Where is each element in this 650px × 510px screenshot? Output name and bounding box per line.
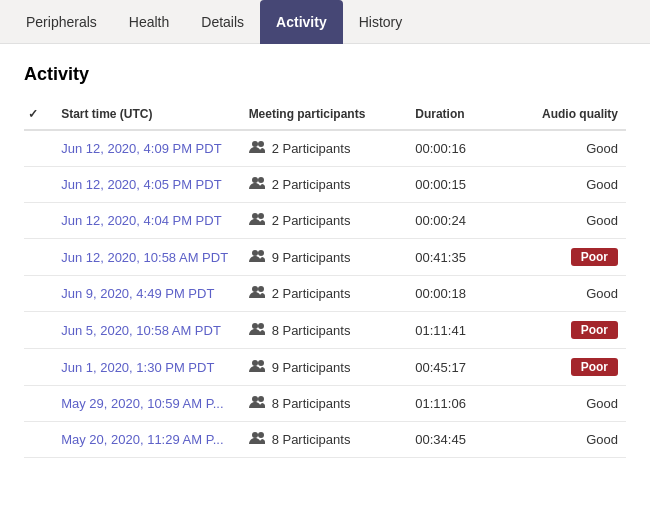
svg-point-6 bbox=[252, 250, 258, 256]
svg-point-14 bbox=[252, 396, 258, 402]
svg-point-13 bbox=[258, 360, 264, 366]
row-participants: 2 Participants bbox=[241, 276, 408, 312]
quality-badge-good: Good bbox=[586, 396, 618, 411]
start-time-link[interactable]: Jun 12, 2020, 4:09 PM PDT bbox=[61, 141, 221, 156]
participants-count: 9 Participants bbox=[272, 250, 351, 265]
table-row[interactable]: May 20, 2020, 11:29 AM P...8 Participant… bbox=[24, 422, 626, 458]
row-start-time[interactable]: Jun 12, 2020, 4:04 PM PDT bbox=[53, 203, 240, 239]
row-duration: 01:11:06 bbox=[407, 386, 511, 422]
participants-icon bbox=[249, 285, 267, 302]
svg-point-1 bbox=[258, 141, 264, 147]
tab-activity[interactable]: Activity bbox=[260, 0, 343, 44]
svg-point-0 bbox=[252, 141, 258, 147]
table-row[interactable]: Jun 12, 2020, 10:58 AM PDT9 Participants… bbox=[24, 239, 626, 276]
start-time-link[interactable]: Jun 12, 2020, 4:05 PM PDT bbox=[61, 177, 221, 192]
table-row[interactable]: Jun 12, 2020, 4:04 PM PDT2 Participants0… bbox=[24, 203, 626, 239]
quality-badge-good: Good bbox=[586, 213, 618, 228]
participants-count: 2 Participants bbox=[272, 286, 351, 301]
participants-icon bbox=[249, 322, 267, 339]
row-quality: Good bbox=[511, 422, 626, 458]
row-start-time[interactable]: Jun 12, 2020, 4:09 PM PDT bbox=[53, 130, 240, 167]
col-duration: Duration bbox=[407, 101, 511, 130]
row-participants: 2 Participants bbox=[241, 167, 408, 203]
row-start-time[interactable]: Jun 12, 2020, 4:05 PM PDT bbox=[53, 167, 240, 203]
row-check bbox=[24, 276, 53, 312]
svg-point-7 bbox=[258, 250, 264, 256]
row-duration: 00:45:17 bbox=[407, 349, 511, 386]
row-quality: Poor bbox=[511, 349, 626, 386]
participants-icon bbox=[249, 176, 267, 193]
tab-health[interactable]: Health bbox=[113, 0, 185, 44]
row-start-time[interactable]: May 20, 2020, 11:29 AM P... bbox=[53, 422, 240, 458]
quality-badge-poor: Poor bbox=[571, 321, 618, 339]
table-row[interactable]: May 29, 2020, 10:59 AM P...8 Participant… bbox=[24, 386, 626, 422]
row-duration: 01:11:41 bbox=[407, 312, 511, 349]
row-quality: Good bbox=[511, 203, 626, 239]
table-row[interactable]: Jun 9, 2020, 4:49 PM PDT2 Participants00… bbox=[24, 276, 626, 312]
row-check bbox=[24, 349, 53, 386]
svg-point-16 bbox=[252, 432, 258, 438]
participants-icon bbox=[249, 431, 267, 448]
row-participants: 8 Participants bbox=[241, 386, 408, 422]
participants-count: 9 Participants bbox=[272, 360, 351, 375]
row-participants: 9 Participants bbox=[241, 239, 408, 276]
row-quality: Good bbox=[511, 167, 626, 203]
svg-point-5 bbox=[258, 213, 264, 219]
row-start-time[interactable]: Jun 9, 2020, 4:49 PM PDT bbox=[53, 276, 240, 312]
table-row[interactable]: Jun 12, 2020, 4:05 PM PDT2 Participants0… bbox=[24, 167, 626, 203]
row-start-time[interactable]: May 29, 2020, 10:59 AM P... bbox=[53, 386, 240, 422]
row-participants: 2 Participants bbox=[241, 130, 408, 167]
page-title: Activity bbox=[24, 64, 626, 85]
participants-count: 8 Participants bbox=[272, 323, 351, 338]
col-check: ✓ bbox=[24, 101, 53, 130]
svg-point-11 bbox=[258, 323, 264, 329]
col-quality: Audio quality bbox=[511, 101, 626, 130]
participants-icon bbox=[249, 395, 267, 412]
start-time-link[interactable]: Jun 9, 2020, 4:49 PM PDT bbox=[61, 286, 214, 301]
svg-point-17 bbox=[258, 432, 264, 438]
quality-badge-poor: Poor bbox=[571, 358, 618, 376]
row-start-time[interactable]: Jun 5, 2020, 10:58 AM PDT bbox=[53, 312, 240, 349]
table-row[interactable]: Jun 5, 2020, 10:58 AM PDT8 Participants0… bbox=[24, 312, 626, 349]
quality-badge-good: Good bbox=[586, 432, 618, 447]
checkmark-icon: ✓ bbox=[28, 107, 38, 121]
tab-peripherals[interactable]: Peripherals bbox=[10, 0, 113, 44]
start-time-link[interactable]: May 29, 2020, 10:59 AM P... bbox=[61, 396, 223, 411]
row-duration: 00:00:16 bbox=[407, 130, 511, 167]
svg-point-3 bbox=[258, 177, 264, 183]
svg-point-4 bbox=[252, 213, 258, 219]
row-quality: Good bbox=[511, 130, 626, 167]
tab-history[interactable]: History bbox=[343, 0, 419, 44]
row-check bbox=[24, 130, 53, 167]
svg-point-2 bbox=[252, 177, 258, 183]
row-check bbox=[24, 239, 53, 276]
row-participants: 8 Participants bbox=[241, 422, 408, 458]
tab-details[interactable]: Details bbox=[185, 0, 260, 44]
participants-count: 2 Participants bbox=[272, 213, 351, 228]
start-time-link[interactable]: May 20, 2020, 11:29 AM P... bbox=[61, 432, 223, 447]
participants-count: 8 Participants bbox=[272, 396, 351, 411]
svg-point-9 bbox=[258, 286, 264, 292]
participants-icon bbox=[249, 249, 267, 266]
quality-badge-good: Good bbox=[586, 177, 618, 192]
participants-icon bbox=[249, 212, 267, 229]
participants-icon bbox=[249, 140, 267, 157]
start-time-link[interactable]: Jun 12, 2020, 10:58 AM PDT bbox=[61, 250, 228, 265]
start-time-link[interactable]: Jun 5, 2020, 10:58 AM PDT bbox=[61, 323, 221, 338]
row-check bbox=[24, 422, 53, 458]
start-time-link[interactable]: Jun 1, 2020, 1:30 PM PDT bbox=[61, 360, 214, 375]
table-row[interactable]: Jun 1, 2020, 1:30 PM PDT9 Participants00… bbox=[24, 349, 626, 386]
row-participants: 8 Participants bbox=[241, 312, 408, 349]
row-check bbox=[24, 312, 53, 349]
row-start-time[interactable]: Jun 1, 2020, 1:30 PM PDT bbox=[53, 349, 240, 386]
table-row[interactable]: Jun 12, 2020, 4:09 PM PDT2 Participants0… bbox=[24, 130, 626, 167]
row-duration: 00:00:15 bbox=[407, 167, 511, 203]
participants-icon bbox=[249, 359, 267, 376]
row-quality: Poor bbox=[511, 312, 626, 349]
row-start-time[interactable]: Jun 12, 2020, 10:58 AM PDT bbox=[53, 239, 240, 276]
row-duration: 00:34:45 bbox=[407, 422, 511, 458]
svg-point-10 bbox=[252, 323, 258, 329]
row-quality: Good bbox=[511, 276, 626, 312]
row-quality: Good bbox=[511, 386, 626, 422]
start-time-link[interactable]: Jun 12, 2020, 4:04 PM PDT bbox=[61, 213, 221, 228]
